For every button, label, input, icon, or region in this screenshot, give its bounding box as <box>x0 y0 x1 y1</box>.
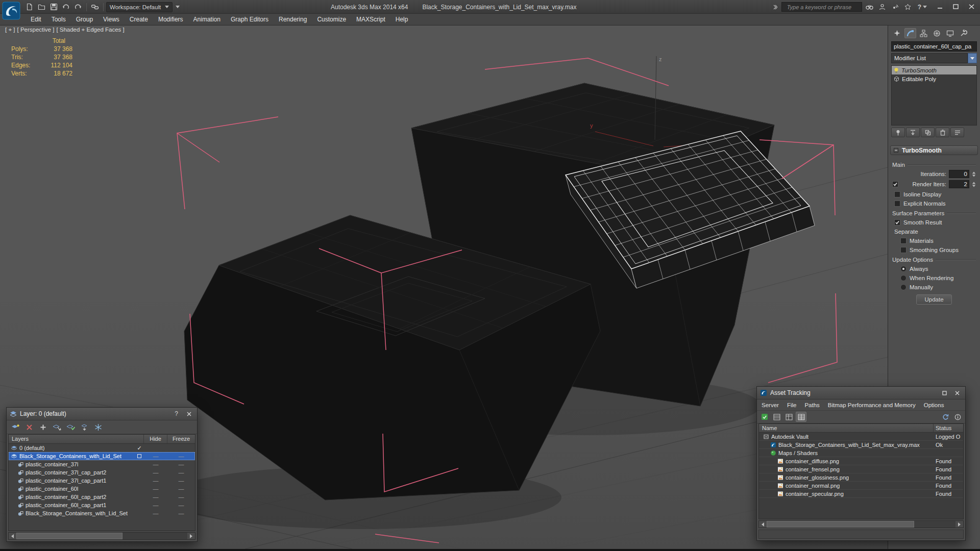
iterations-field[interactable]: 0 <box>949 170 969 178</box>
workspace-selector[interactable]: Workspace: Default <box>106 2 173 12</box>
explicit-normals-checkbox[interactable] <box>894 201 900 207</box>
manage-links-button[interactable] <box>89 2 101 13</box>
delete-layer-button[interactable] <box>23 421 35 433</box>
dropdown-arrow-button[interactable] <box>968 53 977 63</box>
menu-options[interactable]: Options <box>924 402 944 408</box>
details-view-button[interactable] <box>783 412 794 422</box>
scroll-left-button[interactable] <box>759 521 767 528</box>
favorites-button[interactable] <box>903 2 913 13</box>
viewport-shading-menu[interactable]: [ Shaded + Edged Faces ] <box>56 27 124 33</box>
menu-bitmap-performance[interactable]: Bitmap Performance and Memory <box>828 402 916 408</box>
stack-item-turbosmooth[interactable]: TurboSmooth <box>892 66 976 74</box>
layer-help-button[interactable]: ? <box>172 409 181 419</box>
asset-row[interactable]: container_diffuse.png Found <box>759 457 963 465</box>
communication-center-button[interactable] <box>890 2 900 13</box>
always-radio[interactable] <box>900 266 906 272</box>
asset-row[interactable]: container_normal.png Found <box>759 482 963 490</box>
layer-hscrollbar[interactable] <box>8 532 195 540</box>
freeze-toggle[interactable]: — <box>167 486 195 492</box>
materials-checkbox[interactable] <box>900 238 906 244</box>
scroll-right-button[interactable] <box>955 521 963 528</box>
modifier-list-dropdown[interactable]: Modifier List <box>891 53 977 63</box>
infocenter-collapse-button[interactable] <box>772 2 779 13</box>
object-name-field[interactable]: plastic_container_60l_cap_pa <box>891 41 977 52</box>
freeze-toggle[interactable]: — <box>167 478 195 484</box>
create-tab[interactable] <box>891 28 903 38</box>
display-tab[interactable] <box>944 28 956 38</box>
menu-maxscript[interactable]: MAXScript <box>351 14 390 24</box>
asset-row[interactable]: Autodesk Vault Logged O <box>759 433 963 441</box>
hide-toggle[interactable]: — <box>144 486 167 492</box>
asset-window-titlebar[interactable]: Asset Tracking <box>757 387 965 399</box>
3ds-max-logo-icon[interactable] <box>2 2 20 20</box>
layer-close-button[interactable] <box>184 409 194 419</box>
freeze-toggle[interactable]: — <box>167 461 195 467</box>
menu-help[interactable]: Help <box>390 14 413 24</box>
asset-row[interactable]: container_specular.png Found <box>759 490 963 498</box>
object-row[interactable]: plastic_container_37l_cap_part1 — — <box>9 477 195 485</box>
modify-tab[interactable] <box>904 28 916 38</box>
redo-button[interactable] <box>72 2 84 13</box>
object-row[interactable]: Black_Storage_Containers_with_Lid_Set — … <box>9 509 195 517</box>
menu-modifiers[interactable]: Modifiers <box>153 14 188 24</box>
hide-toggle[interactable]: — <box>144 461 167 467</box>
viewport-general-menu[interactable]: [ + ] <box>5 27 15 33</box>
freeze-toggle[interactable]: — <box>167 453 195 459</box>
scroll-right-button[interactable] <box>187 533 195 539</box>
minimize-button[interactable] <box>932 1 947 12</box>
motion-tab[interactable] <box>931 28 943 38</box>
asset-maximize-button[interactable] <box>940 388 949 398</box>
menu-graph-editors[interactable]: Graph Editors <box>226 14 274 24</box>
hide-toggle[interactable]: — <box>144 502 167 508</box>
layers-column-header[interactable]: Layers <box>9 435 144 443</box>
menu-file[interactable]: File <box>787 402 797 408</box>
object-row[interactable]: plastic_container_37l_cap_part2 — — <box>9 468 195 477</box>
hide-toggle[interactable]: — <box>144 478 167 484</box>
name-column-header[interactable]: Name <box>759 424 934 432</box>
menu-rendering[interactable]: Rendering <box>274 14 312 24</box>
add-to-layer-button[interactable] <box>37 421 48 433</box>
status-column-header[interactable]: Status <box>934 424 963 432</box>
asset-close-button[interactable] <box>952 388 962 398</box>
scroll-thumb[interactable] <box>16 533 122 539</box>
isoline-display-checkbox[interactable] <box>894 191 900 197</box>
maximize-button[interactable] <box>948 1 963 12</box>
save-file-button[interactable] <box>48 2 59 13</box>
undo-button[interactable] <box>60 2 71 13</box>
menu-paths[interactable]: Paths <box>804 402 819 408</box>
freeze-column-header[interactable]: Freeze <box>167 435 195 443</box>
refresh-button[interactable] <box>940 412 951 422</box>
asset-row[interactable]: Black_Storage_Containers_with_Lid_Set_ma… <box>759 441 963 449</box>
object-row[interactable]: plastic_container_60l_cap_part1 — — <box>9 501 195 509</box>
hide-toggle[interactable]: — <box>144 453 167 459</box>
layer-row[interactable]: Black_Storage_Containers_with_Lid_Set — … <box>9 452 195 460</box>
update-button[interactable]: Update <box>916 294 952 305</box>
menu-group[interactable]: Group <box>71 14 98 24</box>
asset-hscrollbar[interactable] <box>758 520 964 528</box>
configure-modifier-sets-button[interactable] <box>950 128 964 137</box>
hide-toggle[interactable]: — <box>144 510 167 516</box>
workspace-menu-button[interactable] <box>174 2 182 13</box>
sign-in-button[interactable] <box>877 2 888 13</box>
utilities-tab[interactable] <box>958 28 969 38</box>
render-iters-field[interactable]: 2 <box>949 180 969 188</box>
viewport-pov-menu[interactable]: [ Perspective ] <box>17 27 55 33</box>
freeze-toggle[interactable]: — <box>167 510 195 516</box>
object-row[interactable]: plastic_container_60l — — <box>9 485 195 493</box>
freeze-toggle[interactable]: — <box>167 469 195 475</box>
menu-server[interactable]: Server <box>762 402 779 408</box>
render-iters-checkbox[interactable] <box>892 181 898 187</box>
hide-column-header[interactable]: Hide <box>144 435 167 443</box>
freeze-toggle[interactable]: — <box>167 502 195 508</box>
remove-modifier-button[interactable] <box>936 128 949 137</box>
open-file-button[interactable] <box>36 2 47 13</box>
info-button[interactable] <box>952 412 963 422</box>
freeze-layers-button[interactable] <box>92 421 104 433</box>
menu-views[interactable]: Views <box>98 14 125 24</box>
object-row[interactable]: plastic_container_60l_cap_part2 — — <box>9 493 195 501</box>
search-input[interactable] <box>786 4 861 11</box>
menu-tools[interactable]: Tools <box>46 14 71 24</box>
asset-row[interactable]: container_frensel.png Found <box>759 465 963 473</box>
scroll-thumb[interactable] <box>767 521 914 528</box>
iterations-spinner[interactable] <box>972 171 976 177</box>
